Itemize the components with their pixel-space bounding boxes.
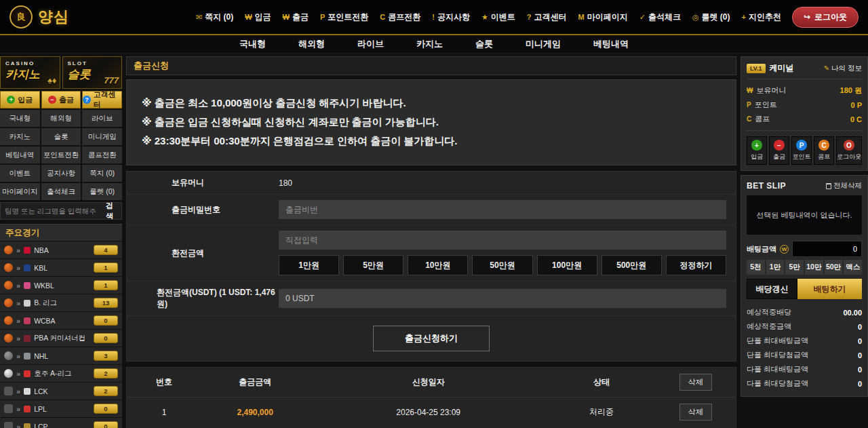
bet-quick-amount-button[interactable]: 5만	[785, 260, 804, 275]
withdraw-submit-button[interactable]: 출금신청하기	[373, 326, 490, 351]
bet-amount-input[interactable]	[792, 241, 862, 257]
sidebar-menu-item[interactable]: 마이페이지	[0, 183, 40, 200]
delete-all-button[interactable]: 삭제	[679, 374, 712, 391]
top-menu-item[interactable]: ? 고객센터	[527, 12, 567, 23]
top-menu-item[interactable]: P 포인트전환	[320, 12, 368, 23]
sidebar-menu-item[interactable]: 룰렛 (0)	[82, 183, 122, 200]
sport-icon	[4, 351, 13, 360]
search-input[interactable]	[1, 207, 100, 215]
col-no: 번호	[138, 376, 191, 388]
amount-quick-button[interactable]: 5만원	[343, 255, 403, 275]
user-action-button[interactable]: O 로그아웃	[836, 136, 862, 165]
sidebar-menu-item[interactable]: 공지사항	[41, 165, 81, 182]
bet-info-value: 00.00	[843, 309, 862, 317]
amount-quick-button[interactable]: 500만원	[601, 255, 662, 275]
nav-item[interactable]: 해외형	[298, 38, 325, 50]
bet-info-row: 예상적중배당 00.00	[747, 305, 862, 319]
nav-item[interactable]: 카지노	[416, 38, 443, 50]
menu-item-label: 이벤트	[491, 12, 515, 23]
menu-item-label: 쪽지 (0)	[205, 12, 233, 23]
league-count-badge: 4	[94, 245, 118, 255]
logout-button[interactable]: ↪ 로그아웃	[792, 7, 859, 28]
bet-quick-amount-button[interactable]: 1만	[766, 260, 785, 275]
league-list-item[interactable]: » B. 리그 13	[0, 294, 122, 311]
nav-item[interactable]: 슬롯	[475, 38, 493, 50]
user-action-button[interactable]: + 입금	[747, 136, 767, 165]
league-list-item[interactable]: » WKBL 1	[0, 277, 122, 294]
sidebar-menu-item[interactable]: 슬롯	[41, 128, 81, 145]
top-menu-item[interactable]: ★ 이벤트	[481, 12, 515, 23]
top-menu-item[interactable]: + 지인추천	[742, 12, 781, 23]
withdraw-password-input[interactable]	[279, 200, 726, 219]
bet-quick-amount-button[interactable]: 맥스	[844, 260, 862, 275]
odds-refresh-button[interactable]: 배당갱신	[747, 279, 797, 299]
league-list-item[interactable]: » NBA 4	[0, 241, 122, 258]
quick-button[interactable]: − 출금	[41, 91, 81, 109]
league-list-item[interactable]: » PBA 커미셔너컵 0	[0, 330, 122, 347]
top-menu-item[interactable]: ✓ 출석체크	[639, 12, 681, 23]
top-menu-item[interactable]: ✉ 쪽지 (0)	[196, 12, 233, 23]
user-action-button[interactable]: P 포인트	[791, 136, 812, 165]
nav-item[interactable]: 미니게임	[526, 38, 561, 50]
table-header-row: 번호 출금금액 신청일자 상태 삭제	[127, 368, 736, 397]
league-list-item[interactable]: » 호주 A-리그 2	[0, 365, 122, 382]
top-menu-item[interactable]: ₩ 출금	[283, 12, 309, 23]
logout-icon: ↪	[804, 12, 810, 22]
sidebar-menu-item[interactable]: 쪽지 (0)	[82, 165, 122, 182]
place-bet-button[interactable]: 배팅하기	[797, 279, 862, 299]
menu-item-icon: C	[380, 13, 385, 21]
sidebar-menu-item[interactable]: 미니게임	[82, 128, 122, 145]
search-button[interactable]: 검색	[100, 201, 121, 221]
top-menu-item[interactable]: ◎ 룰렛 (0)	[692, 12, 730, 23]
league-list-item[interactable]: » WCBA 0	[0, 312, 122, 329]
amount-quick-button[interactable]: 50만원	[472, 255, 532, 275]
sidebar-menu-item[interactable]: 라이브	[82, 110, 122, 127]
amount-quick-button[interactable]: 1만원	[279, 255, 339, 275]
league-list-item[interactable]: » NHL 3	[0, 347, 122, 364]
user-action-button[interactable]: − 출금	[769, 136, 789, 165]
sidebar-menu-item[interactable]: 베팅내역	[0, 147, 40, 163]
my-info-link[interactable]: ✎ 나의 정보	[824, 64, 862, 73]
league-list-item[interactable]: » LCK 2	[0, 383, 122, 400]
bet-info-value: 0	[858, 351, 862, 359]
bet-info-value: 0	[858, 366, 862, 374]
balance-label: 보유머니	[136, 177, 279, 189]
nav-item[interactable]: 베팅내역	[593, 38, 629, 50]
top-menu-item[interactable]: C 콤프전환	[380, 12, 420, 23]
amount-quick-button[interactable]: 10만원	[408, 255, 468, 275]
amount-quick-button[interactable]: 정정하기	[666, 255, 726, 275]
quick-button[interactable]: ? 고객센터	[82, 91, 122, 109]
league-list-item[interactable]: » LCP 0	[0, 418, 122, 428]
user-action-icon: +	[751, 140, 762, 151]
sidebar-menu-item[interactable]: 콤프전환	[82, 147, 122, 163]
sidebar-menu-item[interactable]: 국내형	[0, 110, 40, 127]
top-menu-item[interactable]: M 마이페이지	[578, 12, 628, 23]
league-list-item[interactable]: » LPL 0	[0, 400, 122, 417]
bet-quick-amount-button[interactable]: 50만	[825, 260, 843, 275]
league-name: LCP	[34, 423, 47, 428]
delete-row-button[interactable]: 삭제	[679, 404, 712, 421]
top-menu-item[interactable]: ₩ 입금	[245, 12, 271, 23]
bet-quick-amount-button[interactable]: 5천	[747, 260, 765, 275]
promo-banner[interactable]: CASINO 카지노 ♠♦	[0, 56, 60, 89]
promo-banner[interactable]: SLOT 슬롯 777	[62, 56, 123, 89]
league-count-badge: 13	[94, 298, 118, 308]
amount-input[interactable]	[279, 231, 726, 250]
username: 케미널	[770, 62, 794, 74]
sidebar-menu-item[interactable]: 해외형	[41, 110, 81, 127]
sidebar-menu-item[interactable]: 출석체크	[41, 183, 81, 200]
site-logo[interactable]: 良 양심	[9, 5, 69, 28]
nav-item[interactable]: 라이브	[357, 38, 384, 50]
bet-quick-amount-button[interactable]: 10만	[805, 260, 823, 275]
user-action-button[interactable]: C 콤프	[814, 136, 834, 165]
league-list-item[interactable]: » KBL 1	[0, 259, 122, 276]
amount-quick-button[interactable]: 100만원	[537, 255, 597, 275]
nav-item[interactable]: 국내형	[239, 38, 266, 50]
sidebar-menu-item[interactable]: 카지노	[0, 128, 40, 145]
quick-button[interactable]: + 입금	[0, 91, 40, 109]
bet-info-label: 다폴 최대당첨금액	[747, 378, 808, 389]
clear-all-button[interactable]: 전체삭제	[826, 181, 862, 191]
top-menu-item[interactable]: ! 공지사항	[432, 12, 470, 23]
sidebar-menu-item[interactable]: 이벤트	[0, 165, 40, 182]
sidebar-menu-item[interactable]: 포인트전환	[41, 147, 81, 163]
